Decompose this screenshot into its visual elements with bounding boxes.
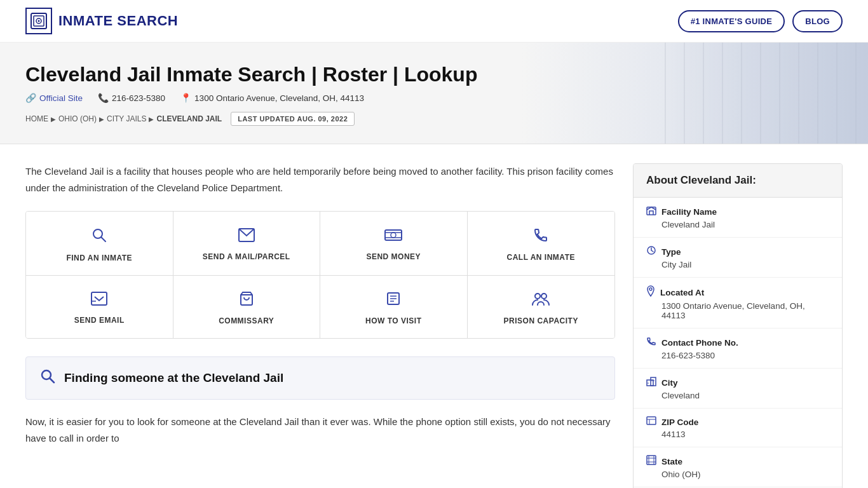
feature-grid: FIND AN INMATE SEND A MAIL/PARCEL SEND M… [25, 211, 615, 339]
feature-commissary[interactable]: COMMISSARY [173, 276, 321, 338]
svg-rect-7 [385, 230, 402, 240]
svg-point-24 [649, 288, 652, 290]
city-value: Cleveland [646, 391, 829, 400]
send-mail-icon [238, 228, 255, 246]
svg-rect-30 [647, 417, 656, 424]
facility-name-label: Facility Name [661, 207, 717, 217]
svg-rect-11 [92, 292, 107, 305]
type-value: City Jail [646, 260, 829, 269]
commissary-label: COMMISSARY [219, 316, 274, 325]
svg-point-18 [535, 294, 540, 299]
find-inmate-icon [91, 227, 107, 247]
logo-icon [25, 8, 52, 34]
prison-capacity-label: PRISON CAPACITY [504, 316, 578, 325]
contact-phone-icon [646, 336, 656, 349]
breadcrumb-home[interactable]: HOME [25, 114, 48, 123]
how-to-visit-icon [386, 291, 401, 310]
how-to-visit-label: HOW TO VISIT [365, 316, 421, 325]
last-updated-badge: LAST UPDATED AUG. 09, 2022 [231, 112, 355, 126]
breadcrumb-state[interactable]: OHIO (OH) [58, 114, 97, 123]
city-label: City [661, 378, 678, 388]
location-pin-icon [646, 285, 655, 299]
phone-number: 216-623-5380 [112, 93, 165, 103]
svg-point-3 [38, 20, 40, 22]
sep-2: ▶ [99, 116, 104, 123]
sidebar-phone: Contact Phone No. 216-623-5380 [634, 329, 842, 369]
sidebar-card: About Cleveland Jail: Facility Name Clev… [633, 163, 843, 488]
feature-how-to-visit[interactable]: HOW TO VISIT [320, 276, 468, 338]
zip-label: ZIP Code [661, 417, 698, 427]
sidebar-located-at: Located At 1300 Ontario Avenue, Clevelan… [634, 278, 842, 329]
blog-button[interactable]: BLOG [792, 10, 843, 32]
sidebar-city: City Cleveland [634, 369, 842, 409]
send-mail-label: SEND A MAIL/PARCEL [203, 252, 290, 261]
feature-call-inmate[interactable]: CALL AN INMATE [468, 212, 615, 276]
sidebar-zip: ZIP Code 44113 [634, 409, 842, 447]
feature-send-mail[interactable]: SEND A MAIL/PARCEL [173, 212, 321, 276]
hero-section: Cleveland Jail Inmate Search | Roster | … [0, 43, 868, 144]
call-inmate-icon [533, 227, 548, 247]
main-content: The Cleveland Jail is a facility that ho… [0, 144, 868, 488]
sep-1: ▶ [51, 116, 56, 123]
link-icon: 🔗 [25, 93, 36, 103]
zip-value: 44113 [646, 430, 829, 439]
svg-point-8 [391, 233, 396, 238]
phone-info: 📞 216-623-5380 [98, 93, 165, 103]
sidebar-facility-name: Facility Name Cleveland Jail [634, 198, 842, 238]
site-header: INMATE SEARCH #1 INMATE'S GUIDE BLOG [0, 0, 868, 43]
breadcrumb-category[interactable]: CITY JAILS [107, 114, 146, 123]
guide-button[interactable]: #1 INMATE'S GUIDE [678, 10, 785, 32]
sidebar-state: State Ohio (OH) [634, 447, 842, 487]
feature-find-inmate[interactable]: FIND AN INMATE [26, 212, 173, 276]
zip-icon [646, 416, 656, 428]
send-email-icon [91, 292, 107, 309]
svg-rect-33 [647, 456, 656, 464]
call-inmate-label: CALL AN INMATE [507, 253, 575, 262]
official-site-link[interactable]: 🔗 Official Site [25, 93, 83, 103]
state-label: State [661, 457, 682, 466]
svg-line-21 [50, 379, 55, 383]
city-icon [646, 376, 656, 389]
facility-name-value: Cleveland Jail [646, 220, 829, 229]
official-site-text[interactable]: Official Site [39, 93, 83, 103]
located-at-label: Located At [660, 288, 704, 297]
finding-section: Finding someone at the Cleveland Jail [25, 356, 615, 400]
phone-icon: 📞 [98, 93, 109, 103]
address-text: 1300 Ontario Avenue, Cleveland, OH, 4411… [194, 93, 364, 103]
header-buttons: #1 INMATE'S GUIDE BLOG [678, 10, 843, 32]
description-text: The Cleveland Jail is a facility that ho… [25, 163, 615, 196]
finding-search-icon [40, 369, 55, 388]
send-email-label: SEND EMAIL [74, 316, 125, 325]
logo-area: INMATE SEARCH [25, 8, 178, 34]
logo-text: INMATE SEARCH [58, 13, 178, 29]
left-column: The Cleveland Jail is a facility that ho… [25, 163, 615, 488]
hero-background [665, 43, 868, 144]
feature-prison-capacity[interactable]: PRISON CAPACITY [468, 276, 615, 338]
state-icon [646, 455, 656, 468]
svg-line-5 [102, 238, 106, 242]
finding-title: Finding someone at the Cleveland Jail [64, 371, 283, 385]
feature-send-money[interactable]: SEND MONEY [320, 212, 468, 276]
description-lower-text: Now, it is easier for you to look for so… [25, 414, 615, 446]
send-money-icon [384, 228, 402, 246]
contact-phone-label: Contact Phone No. [661, 338, 738, 348]
breadcrumb-current: CLEVELAND JAIL [156, 114, 222, 123]
svg-point-19 [541, 294, 546, 299]
sidebar: About Cleveland Jail: Facility Name Clev… [633, 163, 843, 488]
sep-3: ▶ [149, 116, 154, 123]
send-money-label: SEND MONEY [366, 252, 421, 261]
facility-icon [646, 205, 656, 218]
located-at-value: 1300 Ontario Avenue, Cleveland, OH, 4411… [646, 301, 829, 320]
feature-send-email[interactable]: SEND EMAIL [26, 276, 173, 338]
location-icon: 📍 [180, 93, 191, 103]
find-inmate-label: FIND AN INMATE [66, 254, 132, 262]
contact-phone-value: 216-623-5380 [646, 351, 829, 360]
type-icon [646, 245, 656, 258]
state-value: Ohio (OH) [646, 470, 829, 479]
sidebar-type: Type City Jail [634, 238, 842, 278]
type-label: Type [661, 247, 681, 257]
address-info: 📍 1300 Ontario Avenue, Cleveland, OH, 44… [180, 93, 364, 103]
commissary-icon [239, 291, 254, 310]
sidebar-heading: About Cleveland Jail: [634, 164, 842, 198]
prison-capacity-icon [532, 291, 550, 310]
